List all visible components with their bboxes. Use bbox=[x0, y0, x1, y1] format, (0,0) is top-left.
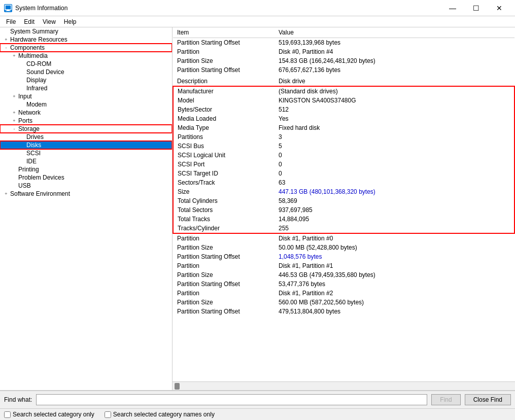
menu-view[interactable]: View bbox=[39, 17, 60, 26]
table-cell-item: Description bbox=[173, 77, 274, 86]
sidebar-item-display[interactable]: Display bbox=[0, 76, 172, 84]
sidebar-label-display: Display bbox=[26, 77, 46, 84]
table-cell-item: Partition Size bbox=[173, 298, 274, 307]
table-cell-value: 937,697,985 bbox=[274, 205, 514, 215]
close-find-button[interactable]: Close Find bbox=[465, 394, 511, 405]
sidebar-item-scsi[interactable]: SCSI bbox=[0, 149, 172, 157]
find-input[interactable] bbox=[36, 394, 427, 405]
table-cell-value: 512 bbox=[274, 105, 514, 114]
table-row: SCSI Logical Unit0 bbox=[173, 151, 514, 160]
table-cell-item: Tracks/Cylinder bbox=[173, 224, 274, 233]
sidebar-label-usb: USB bbox=[18, 182, 31, 189]
table-cell-item: Partition bbox=[173, 233, 274, 243]
sidebar-label-drives: Drives bbox=[26, 133, 44, 141]
table-row: PartitionDisk #1, Partition #1 bbox=[173, 261, 514, 270]
sidebar-item-system-summary[interactable]: System Summary bbox=[0, 27, 172, 36]
table-row: Tracks/Cylinder255 bbox=[173, 224, 514, 233]
sidebar-item-problem-devices[interactable]: Problem Devices bbox=[0, 173, 172, 182]
expand-icon-storage: - bbox=[10, 126, 18, 131]
col-header-value: Value bbox=[274, 27, 514, 38]
table-row: Sectors/Track63 bbox=[173, 178, 514, 187]
search-selected-text: Search selected category only bbox=[13, 411, 94, 418]
horizontal-scrollbar[interactable] bbox=[173, 381, 515, 390]
table-cell-value: 5 bbox=[274, 142, 514, 151]
expand-icon-ports: + bbox=[10, 118, 18, 123]
table-cell-item: SCSI Logical Unit bbox=[173, 151, 274, 160]
table-row: Total Tracks14,884,095 bbox=[173, 215, 514, 224]
sidebar-label-sound-device: Sound Device bbox=[26, 68, 64, 76]
table-cell-value: 0 bbox=[274, 151, 514, 160]
table-cell-value: KINGSTON SA400S37480G bbox=[274, 96, 514, 105]
main-window: System Summary+Hardware Resources-Compon… bbox=[0, 27, 515, 420]
table-cell-item: Media Type bbox=[173, 123, 274, 132]
data-table[interactable]: Item Value Partition Starting Offset519,… bbox=[173, 27, 515, 381]
table-cell-value: (Standard disk drives) bbox=[274, 86, 514, 96]
table-cell-item: Total Sectors bbox=[173, 205, 274, 215]
table-cell-item: Partition Size bbox=[173, 243, 274, 252]
expand-icon-components: - bbox=[2, 45, 10, 50]
sidebar-item-sound-device[interactable]: Sound Device bbox=[0, 68, 172, 76]
close-button[interactable]: ✕ bbox=[488, 0, 511, 16]
sidebar-item-hardware-resources[interactable]: +Hardware Resources bbox=[0, 36, 172, 44]
table-cell-value: Disk #1, Partition #0 bbox=[274, 233, 514, 243]
sidebar-label-ide: IDE bbox=[26, 158, 37, 165]
sidebar-item-software-environment[interactable]: +Software Environment bbox=[0, 190, 172, 198]
search-selected-label[interactable]: Search selected category only bbox=[4, 411, 94, 418]
expand-icon-software-environment: + bbox=[2, 191, 10, 196]
sidebar[interactable]: System Summary+Hardware Resources-Compon… bbox=[0, 27, 173, 390]
sidebar-label-ports: Ports bbox=[18, 117, 32, 124]
find-button[interactable]: Find bbox=[431, 394, 460, 405]
sidebar-label-printing: Printing bbox=[18, 166, 39, 173]
expand-icon-network: + bbox=[10, 110, 18, 115]
sidebar-label-software-environment: Software Environment bbox=[10, 190, 70, 197]
svg-rect-1 bbox=[7, 10, 10, 11]
table-row: Partition Starting Offset1,048,576 bytes bbox=[173, 252, 514, 261]
table-row: DescriptionDisk drive bbox=[173, 77, 514, 86]
table-cell-value: 479,513,804,800 bytes bbox=[274, 307, 514, 316]
table-cell-value: 560.00 MB (587,202,560 bytes) bbox=[274, 298, 514, 307]
sidebar-item-modem[interactable]: Modem bbox=[0, 100, 172, 109]
sidebar-item-multimedia[interactable]: +Multimedia bbox=[0, 52, 172, 60]
sidebar-item-input[interactable]: +Input bbox=[0, 92, 172, 100]
sidebar-item-ide[interactable]: IDE bbox=[0, 157, 172, 165]
table-row: SCSI Bus5 bbox=[173, 142, 514, 151]
table-cell-value: 63 bbox=[274, 178, 514, 187]
sidebar-item-usb[interactable]: USB bbox=[0, 182, 172, 190]
table-cell-item: Partition Starting Offset bbox=[173, 38, 274, 48]
table-row: Partition Starting Offset676,657,627,136… bbox=[173, 65, 514, 75]
sidebar-item-infrared[interactable]: Infrared bbox=[0, 84, 172, 92]
table-cell-value: 3 bbox=[274, 132, 514, 142]
table-cell-value: Yes bbox=[274, 114, 514, 123]
sidebar-item-components[interactable]: -Components bbox=[0, 44, 172, 52]
table-cell-item: Partition bbox=[173, 47, 274, 56]
sidebar-item-cd-rom[interactable]: CD-ROM bbox=[0, 60, 172, 68]
sidebar-label-scsi: SCSI bbox=[26, 150, 41, 157]
find-label: Find what: bbox=[4, 396, 32, 403]
sidebar-item-ports[interactable]: +Ports bbox=[0, 117, 172, 125]
menu-help[interactable]: Help bbox=[60, 17, 81, 26]
maximize-button[interactable]: ☐ bbox=[464, 0, 488, 16]
menu-file[interactable]: File bbox=[2, 17, 20, 26]
search-selected-checkbox[interactable] bbox=[4, 411, 11, 418]
expand-icon-hardware-resources: + bbox=[2, 37, 10, 42]
menu-edit[interactable]: Edit bbox=[20, 17, 39, 26]
table-cell-item: Partition Starting Offset bbox=[173, 65, 274, 75]
sidebar-item-storage[interactable]: -Storage bbox=[0, 125, 172, 133]
table-cell-item: Bytes/Sector bbox=[173, 105, 274, 114]
table-row: Media TypeFixed hard disk bbox=[173, 123, 514, 132]
minimize-button[interactable]: — bbox=[441, 0, 464, 16]
search-names-checkbox[interactable] bbox=[105, 411, 111, 418]
table-cell-item: Total Tracks bbox=[173, 215, 274, 224]
sidebar-label-disks: Disks bbox=[26, 142, 41, 149]
table-cell-item: Partition Starting Offset bbox=[173, 252, 274, 261]
table-cell-value: 53,477,376 bytes bbox=[274, 279, 514, 289]
col-header-item: Item bbox=[173, 27, 274, 38]
sidebar-item-printing[interactable]: Printing bbox=[0, 165, 172, 173]
table-cell-value: 50.00 MB (52,428,800 bytes) bbox=[274, 243, 514, 252]
sidebar-item-disks[interactable]: Disks bbox=[0, 141, 172, 149]
table-cell-item: Partition Starting Offset bbox=[173, 279, 274, 289]
right-panel: Item Value Partition Starting Offset519,… bbox=[173, 27, 515, 390]
sidebar-item-network[interactable]: +Network bbox=[0, 109, 172, 117]
search-names-label[interactable]: Search selected category names only bbox=[105, 411, 215, 418]
sidebar-item-drives[interactable]: Drives bbox=[0, 133, 172, 141]
